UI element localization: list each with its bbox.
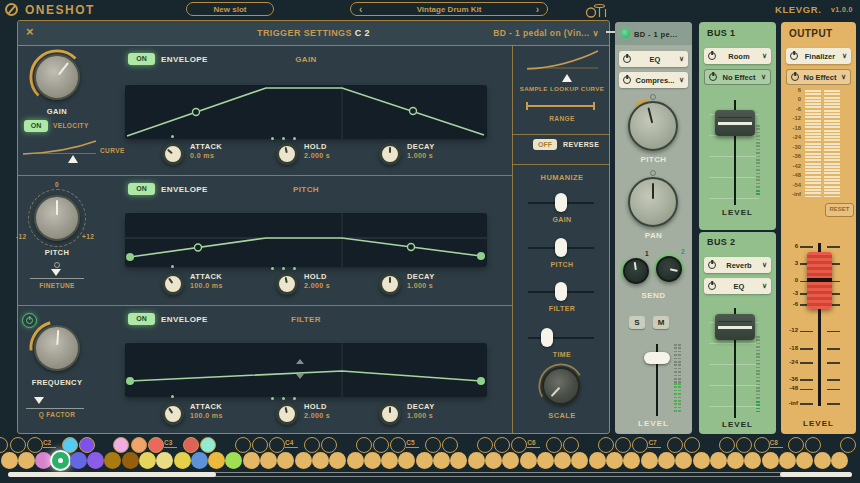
white-key[interactable] — [675, 452, 692, 469]
white-key[interactable] — [295, 452, 312, 469]
humanize-pitch-slider[interactable] — [555, 238, 567, 257]
black-key[interactable] — [0, 437, 8, 453]
black-key[interactable] — [511, 437, 527, 453]
black-key[interactable] — [79, 437, 95, 453]
keyboard-scrollbar-thumb[interactable] — [8, 472, 216, 477]
gain-attack-knob[interactable] — [162, 143, 184, 165]
white-key[interactable] — [156, 452, 173, 469]
black-key[interactable] — [442, 437, 458, 453]
power-icon[interactable] — [623, 76, 631, 84]
black-key[interactable] — [390, 437, 406, 453]
white-key[interactable] — [18, 452, 35, 469]
black-key[interactable] — [840, 437, 856, 453]
black-key[interactable] — [598, 437, 614, 453]
humanize-filter-slider[interactable] — [555, 282, 567, 301]
pitch-decay-knob[interactable] — [379, 273, 401, 295]
white-key[interactable] — [104, 452, 121, 469]
black-key[interactable] — [805, 437, 821, 453]
velocity-curve[interactable] — [22, 140, 98, 156]
channel-fader-handle[interactable] — [644, 352, 670, 364]
filter-attack-knob[interactable] — [162, 403, 184, 425]
filter-hold-knob[interactable] — [276, 403, 298, 425]
black-key[interactable] — [183, 437, 199, 453]
power-icon[interactable] — [708, 261, 716, 269]
white-key[interactable] — [744, 452, 761, 469]
new-slot-button[interactable]: New slot — [186, 2, 274, 16]
black-key[interactable] — [131, 437, 147, 453]
white-key[interactable] — [191, 452, 208, 469]
white-key[interactable] — [312, 452, 329, 469]
black-key[interactable] — [736, 437, 752, 453]
gain-knob[interactable] — [34, 54, 80, 100]
white-key[interactable] — [468, 452, 485, 469]
curve-slider-handle[interactable] — [68, 155, 78, 163]
white-key[interactable] — [277, 452, 294, 469]
channel-fx1-dropdown[interactable]: EQ ∨ — [619, 51, 688, 67]
mute-button[interactable]: M — [653, 316, 669, 329]
power-icon[interactable] — [708, 282, 716, 290]
black-key[interactable] — [425, 437, 441, 453]
white-key[interactable] — [693, 452, 710, 469]
kit-next-button[interactable]: › — [536, 4, 539, 15]
black-key[interactable] — [27, 437, 43, 453]
lookup-curve-slider-handle[interactable] — [562, 74, 572, 82]
black-key[interactable] — [235, 437, 251, 453]
white-key[interactable] — [1, 452, 18, 469]
white-key[interactable] — [416, 452, 433, 469]
white-key[interactable] — [329, 452, 346, 469]
kit-prev-button[interactable]: ‹ — [359, 4, 362, 15]
white-key[interactable] — [433, 452, 450, 469]
white-key[interactable] — [225, 452, 242, 469]
black-key[interactable] — [719, 437, 735, 453]
solo-button[interactable]: S — [629, 316, 645, 329]
power-icon[interactable] — [623, 55, 631, 63]
white-key[interactable] — [70, 452, 87, 469]
black-key[interactable] — [477, 437, 493, 453]
white-key[interactable] — [485, 452, 502, 469]
black-key[interactable] — [684, 437, 700, 453]
white-key[interactable] — [571, 452, 588, 469]
white-key[interactable] — [623, 452, 640, 469]
white-key[interactable] — [502, 452, 519, 469]
humanize-gain-slider[interactable] — [555, 193, 567, 212]
black-key[interactable] — [632, 437, 648, 453]
black-key[interactable] — [356, 437, 372, 453]
white-key[interactable] — [762, 452, 779, 469]
output-fx2-dropdown[interactable]: No Effect ∨ — [786, 69, 851, 85]
channel-send1-knob[interactable] — [623, 258, 649, 284]
black-key[interactable] — [494, 437, 510, 453]
qfactor-slider-handle[interactable] — [34, 397, 44, 404]
black-key[interactable] — [546, 437, 562, 453]
white-key[interactable] — [347, 452, 364, 469]
channel-fx2-dropdown[interactable]: Compres... ∨ — [619, 72, 688, 88]
output-fx1-dropdown[interactable]: Finalizer ∨ — [786, 48, 851, 64]
white-key[interactable] — [554, 452, 571, 469]
black-key[interactable] — [615, 437, 631, 453]
white-key[interactable] — [139, 452, 156, 469]
bus2-fader-handle[interactable] — [715, 314, 755, 340]
white-key[interactable] — [520, 452, 537, 469]
white-key[interactable] — [831, 452, 848, 469]
bus2-fx2-dropdown[interactable]: EQ ∨ — [704, 278, 771, 294]
black-key[interactable] — [200, 437, 216, 453]
black-key[interactable] — [321, 437, 337, 453]
black-key[interactable] — [148, 437, 164, 453]
black-key[interactable] — [304, 437, 320, 453]
white-key[interactable] — [658, 452, 675, 469]
gain-hold-knob[interactable] — [276, 143, 298, 165]
keyboard-scrollbar-end[interactable] — [780, 472, 852, 477]
sample-dropdown[interactable]: BD - 1 pedal on (Vin... ∨ — [379, 28, 599, 38]
pitch-envelope-graph[interactable] — [125, 213, 487, 267]
sample-lookup-curve[interactable] — [525, 49, 600, 73]
filter-envelope-graph[interactable] — [125, 343, 487, 397]
finetune-slider-handle[interactable] — [51, 269, 61, 276]
bus2-fx1-dropdown[interactable]: Reverb ∨ — [704, 257, 771, 273]
power-icon[interactable] — [791, 73, 799, 81]
white-key[interactable] — [606, 452, 623, 469]
white-key[interactable] — [727, 452, 744, 469]
white-key[interactable] — [641, 452, 658, 469]
filter-decay-knob[interactable] — [379, 403, 401, 425]
black-key[interactable] — [252, 437, 268, 453]
white-key[interactable] — [398, 452, 415, 469]
channel-header[interactable]: BD - 1 pe... — [615, 22, 692, 45]
